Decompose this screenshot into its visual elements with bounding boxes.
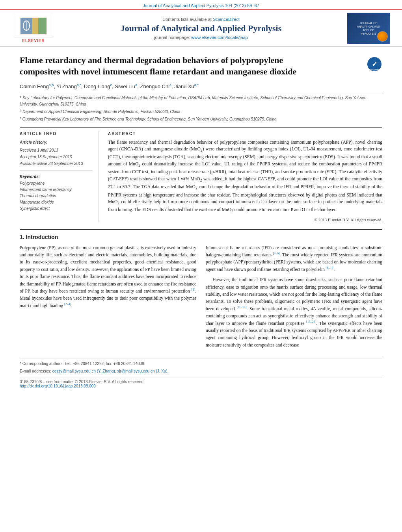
page: Journal of Analytical and Applied Pyroly… [0, 0, 402, 532]
abstract-label: ABSTRACT [108, 132, 382, 136]
available-date: Available online 23 September 2013 [20, 160, 93, 167]
authors-line: Caimin Fenga,b, Yi Zhanga,*, Dong Liangc… [20, 83, 382, 89]
abstract-text: The flame retardancy and thermal degrada… [108, 139, 382, 215]
keyword-mno2: Manganese dioxide [20, 199, 93, 206]
homepage-line: journal homepage: www.elsevier.com/locat… [63, 35, 339, 40]
affil-a: a Key Laboratory for Polymeric Composite… [20, 95, 382, 108]
svg-text:✓: ✓ [372, 60, 378, 68]
title-crossmark-area: Flame retardancy and thermal degradation… [20, 55, 382, 83]
introduction-heading: 1. Introduction [20, 234, 382, 240]
article-info-column: ARTICLE INFO Article history: Received 1… [20, 132, 99, 222]
sciencedirect-link[interactable]: ScienceDirect [213, 17, 240, 22]
journal-logo-right: JOURNAL OFANALYTICAL ANDAPPLIEDPYROLYSIS [347, 13, 390, 44]
doi-link[interactable]: http://dx.doi.org/10.1016/j.jaap.2013.09… [20, 384, 96, 388]
affil-b: b Department of Applied Chemical Enginee… [20, 108, 382, 115]
author-dong: Dong Liangc, [84, 83, 115, 89]
article-info-label: ARTICLE INFO [20, 132, 93, 136]
article-title: Flame retardancy and thermal degradation… [20, 55, 319, 77]
section-divider [20, 229, 382, 230]
intro-para-left: Polypropylene (PP), as one of the most c… [20, 244, 196, 310]
journal-ref: Journal of Analytical and Applied Pyroly… [143, 3, 259, 8]
body-col-right: Intumescent flame retardants (IFR) are c… [206, 244, 382, 352]
logo-text: JOURNAL OFANALYTICAL ANDAPPLIEDPYROLYSIS [356, 20, 381, 36]
email-line: E-mail addresses: ceszy@mail.sysu.edu.cn… [20, 368, 382, 374]
author-caimin: Caimin Fenga,b, [20, 83, 56, 89]
intro-para-right-2: However, the traditional IFR systems hav… [206, 276, 382, 348]
history-title: Article history: [20, 139, 93, 146]
elsevier-text: ELSEVIER [22, 39, 45, 43]
accepted-date: Accepted 13 September 2013 [20, 154, 93, 160]
svg-rect-2 [32, 18, 38, 34]
elsevier-logo-box [14, 14, 53, 37]
elsevier-logo: ELSEVIER [12, 14, 55, 43]
article-content: Flame retardancy and thermal degradation… [0, 47, 402, 396]
author-jiarui: Jiarui Xua,* [174, 83, 199, 89]
journal-top-bar: Journal of Analytical and Applied Pyroly… [0, 0, 402, 9]
keyword-synergistic: Synergistic effect [20, 206, 93, 212]
copyright-line: © 2013 Elsevier B.V. All rights reserved… [108, 218, 382, 222]
affiliations: a Key Laboratory for Polymeric Composite… [20, 92, 382, 123]
info-abstract-columns: ARTICLE INFO Article history: Received 1… [20, 127, 382, 222]
abstract-column: ABSTRACT The flame retardancy and therma… [108, 132, 382, 222]
keyword-polypropylene: Polypropylene [20, 180, 93, 187]
keyword-thermal: Thermal degradation [20, 193, 93, 199]
email-addresses[interactable]: ceszy@mail.sysu.edu.cn (Y. Zhang), xjr@m… [52, 369, 169, 373]
svg-text:CrossMark: CrossMark [368, 69, 380, 71]
bottom-line: 0165-2370/$ – see front matter © 2013 El… [20, 378, 382, 388]
svg-rect-3 [38, 18, 47, 34]
journal-title-header: Journal of Analytical and Applied Pyroly… [63, 23, 339, 33]
email-label: E-mail addresses: [20, 369, 51, 373]
issn-line: 0165-2370/$ – see front matter © 2013 El… [20, 380, 382, 384]
crossmark-icon[interactable]: ✓ CrossMark [367, 56, 382, 72]
author-zhenguo: Zhenguo Chia, [140, 83, 175, 89]
elsevier-logo-image [20, 17, 47, 35]
intro-para-right-1: Intumescent flame retardants (IFR) are c… [206, 244, 382, 273]
received-date: Received 1 April 2013 [20, 147, 93, 154]
affil-c: c Guangdong Provincial Key Laboratory of… [20, 116, 382, 122]
author-siwei: Siwei Liua, [115, 83, 140, 89]
header-center: Contents lists available at ScienceDirec… [55, 17, 347, 40]
homepage-link[interactable]: www.elsevier.com/locate/jaap [191, 35, 248, 40]
author-yi: Yi Zhanga,*, [56, 83, 84, 89]
journal-header: ELSEVIER Contents lists available at Sci… [0, 9, 402, 47]
sciencedirect-line: Contents lists available at ScienceDirec… [63, 17, 339, 22]
body-columns: Polypropylene (PP), as one of the most c… [20, 244, 382, 352]
keyword-ifr: Intumescent flame retardancy [20, 187, 93, 193]
footnote-area: * Corresponding authors. Tel.: +86 20841… [20, 358, 382, 374]
article-history: Article history: Received 1 April 2013 A… [20, 139, 93, 171]
body-col-left: Polypropylene (PP), as one of the most c… [20, 244, 196, 352]
corresponding-note: * Corresponding authors. Tel.: +86 20841… [20, 361, 382, 367]
doi-line: http://dx.doi.org/10.1016/j.jaap.2013.09… [20, 384, 382, 388]
keywords-title: Keywords: [20, 174, 93, 179]
keywords-section: Keywords: Polypropylene Intumescent flam… [20, 174, 93, 212]
